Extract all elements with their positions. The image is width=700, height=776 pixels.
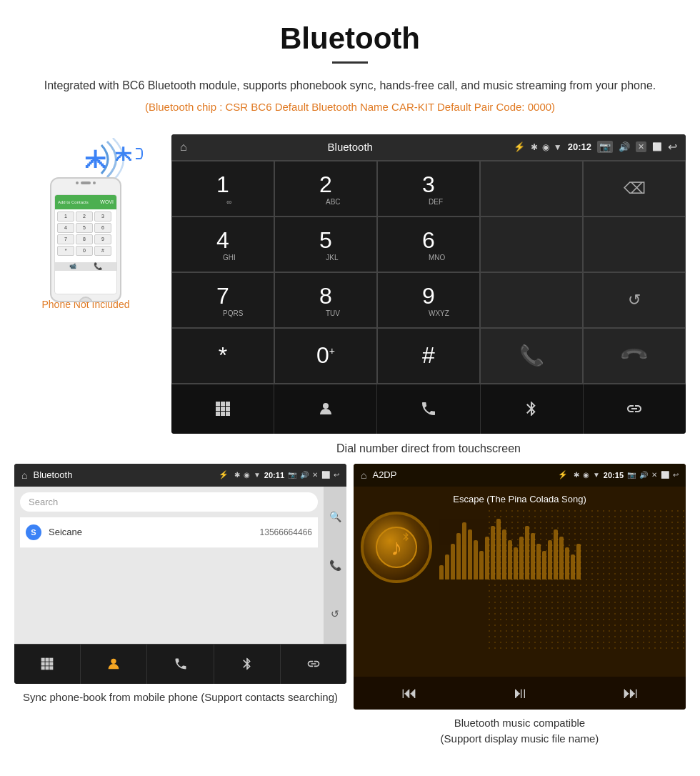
pb-contact-number: 13566664466: [260, 527, 312, 537]
dial-key-3[interactable]: 3 DEF: [377, 161, 480, 217]
ms-home-icon[interactable]: ⌂: [361, 469, 366, 481]
pb-search-placeholder: Search: [29, 497, 309, 507]
ms-cam-icon: 📷: [627, 471, 636, 479]
waveform-bar: [496, 519, 501, 579]
waveform-bar: [502, 529, 506, 579]
phone-body: Add to Contacts WOVI 1 2 3 4 5 6: [50, 177, 121, 302]
play-pause-button[interactable]: ⏯: [512, 684, 528, 702]
key-star[interactable]: *: [57, 246, 74, 256]
dial-key-empty-3: [583, 217, 686, 272]
bt-signal-svg: ⯸: [50, 138, 136, 181]
waveform-bar: [576, 544, 581, 579]
pb-search-icon[interactable]: 🔍: [329, 511, 341, 522]
next-track-button[interactable]: ⏭: [623, 684, 639, 702]
phonebook-caption-text: Sync phone-book from mobile phone (Suppo…: [23, 691, 338, 703]
key-3[interactable]: 3: [94, 212, 111, 222]
ms-status-icons: ✱ ◉ ▼ 20:15 📷 🔊 ✕ ⬜ ↩: [574, 471, 679, 479]
pb-nav-grid[interactable]: [14, 645, 81, 684]
nav-person-icon[interactable]: [274, 384, 377, 434]
volume-icon: 🔊: [619, 141, 630, 152]
title-divider: [332, 61, 368, 64]
phone-speaker: [51, 179, 120, 186]
waveform-bar: [525, 526, 529, 579]
key-0[interactable]: 0: [76, 246, 93, 256]
add-contacts-label: Add to Contacts: [58, 200, 89, 204]
key-9[interactable]: 9: [94, 234, 111, 244]
pb-contact-row[interactable]: S Seicane 13566664466: [20, 517, 318, 548]
waveform-bar: [445, 554, 449, 579]
pb-screen-icon: ⬜: [321, 471, 330, 479]
svg-rect-18: [46, 666, 49, 670]
wifi-status-icon: ▼: [554, 142, 562, 152]
nav-link-icon[interactable]: [584, 384, 686, 434]
pb-home-icon[interactable]: ⌂: [21, 469, 27, 481]
main-content: ⯸ ⯸: [0, 134, 700, 464]
pb-nav-link[interactable]: [281, 645, 346, 684]
dial-status-title: Bluetooth: [193, 141, 508, 153]
pb-usb-icon: ⚡: [219, 470, 229, 479]
pb-status-title: Bluetooth: [33, 469, 212, 480]
nav-grid-icon[interactable]: [171, 384, 274, 434]
location-icon: ◉: [542, 142, 549, 152]
pb-search-bar: Search: [20, 492, 318, 512]
svg-rect-8: [221, 412, 225, 416]
dial-key-empty-4: [480, 272, 583, 328]
pb-time: 20:11: [264, 471, 284, 479]
pb-location-icon: ◉: [244, 471, 250, 479]
key-2[interactable]: 2: [76, 212, 93, 222]
dial-backspace[interactable]: ⌫: [583, 161, 686, 217]
key-6[interactable]: 6: [94, 223, 111, 233]
dial-key-7[interactable]: 7 PQRS: [171, 272, 274, 328]
dial-key-8[interactable]: 8 TUV: [274, 272, 377, 328]
grid-icon: [214, 400, 231, 417]
dial-key-1[interactable]: 1 ∞: [171, 161, 274, 217]
ms-statusbar: ⌂ A2DP ⚡ ✱ ◉ ▼ 20:15 📷 🔊 ✕ ⬜ ↩: [354, 464, 686, 487]
ms-controls: ⏮ ⏯ ⏭: [354, 677, 686, 710]
phone-home-button[interactable]: [79, 297, 93, 302]
dial-key-5[interactable]: 5 JKL: [274, 217, 377, 272]
dial-key-2[interactable]: 2 ABC: [274, 161, 377, 217]
ms-album-art: ♪: [361, 512, 432, 583]
backspace-icon: ⌫: [624, 179, 646, 198]
dial-key-star[interactable]: *: [171, 328, 274, 384]
pb-bt-icon: [240, 657, 254, 671]
waveform-bar: [474, 540, 478, 579]
svg-rect-7: [216, 412, 220, 416]
nav-phone-icon[interactable]: [377, 384, 480, 434]
x-icon: ✕: [636, 141, 646, 152]
pb-nav-phone[interactable]: [147, 645, 214, 684]
nav-bt-icon[interactable]: [481, 384, 584, 434]
home-icon[interactable]: ⌂: [180, 141, 187, 154]
pb-back-icon[interactable]: ↩: [334, 471, 339, 479]
dial-key-hash[interactable]: #: [377, 328, 480, 384]
pb-nav-bt[interactable]: [214, 645, 281, 684]
dial-key-4[interactable]: 4 GHI: [171, 217, 274, 272]
pb-call-icon[interactable]: 📞: [329, 559, 341, 571]
key-4[interactable]: 4: [57, 223, 74, 233]
waveform-bar: [456, 533, 461, 579]
key-5[interactable]: 5: [76, 223, 93, 233]
key-1[interactable]: 1: [57, 212, 74, 222]
dial-call-green[interactable]: 📞: [480, 328, 583, 384]
key-7[interactable]: 7: [57, 234, 74, 244]
ms-back-icon[interactable]: ↩: [673, 471, 679, 479]
dial-refresh[interactable]: ↺: [583, 272, 686, 328]
phone-action-bar: 📹 📞: [55, 262, 116, 271]
waveform-bar: [571, 554, 575, 579]
key-hash[interactable]: #: [94, 246, 111, 256]
dial-statusbar: ⌂ Bluetooth ⚡ ✱ ◉ ▼ 20:12 📷 🔊 ✕ ⬜ ↩: [171, 134, 686, 160]
dial-key-0[interactable]: 0+: [274, 328, 377, 384]
svg-rect-19: [49, 666, 53, 670]
dial-key-9[interactable]: 9 WXYZ: [377, 272, 480, 328]
back-icon[interactable]: ↩: [668, 140, 677, 154]
ms-time: 20:15: [604, 471, 624, 479]
waveform-bar: [542, 551, 546, 579]
dial-key-6[interactable]: 6 MNO: [377, 217, 480, 272]
pb-refresh-icon[interactable]: ↺: [331, 608, 339, 620]
key-8[interactable]: 8: [76, 234, 93, 244]
pb-nav-person[interactable]: [81, 645, 147, 684]
pb-cam-icon: 📷: [288, 471, 296, 479]
bluetooth-icon: [523, 400, 540, 417]
prev-track-button[interactable]: ⏮: [401, 684, 417, 702]
dial-call-red[interactable]: 📞: [583, 328, 686, 384]
